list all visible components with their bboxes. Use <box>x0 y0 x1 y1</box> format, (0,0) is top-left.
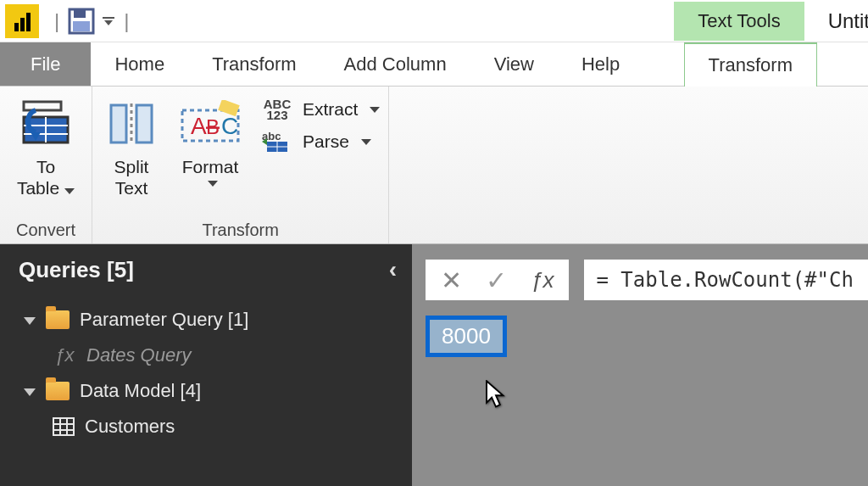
save-button[interactable] <box>66 6 97 36</box>
format-button[interactable]: A B C Format <box>174 92 247 187</box>
app-logo-icon <box>5 4 39 38</box>
title-bar: | | Text Tools Untit <box>0 0 868 42</box>
confirm-formula-button[interactable]: ✓ <box>486 265 507 295</box>
formula-bar: ✕ ✓ ƒx = Table.RowCount(#"Ch <box>426 260 868 300</box>
format-label: Format <box>182 156 239 177</box>
extract-icon: ABC123 <box>259 97 296 122</box>
ribbon-tabs: File Home Transform Add Column View Help… <box>0 42 868 87</box>
cursor-icon <box>485 380 507 412</box>
to-table-icon <box>19 95 73 153</box>
tab-file[interactable]: File <box>0 42 91 86</box>
svg-rect-11 <box>136 105 152 142</box>
svg-marker-28 <box>487 381 503 406</box>
ribbon-group-transform: Split Text A B C Format <box>92 87 389 243</box>
canvas-area: ✕ ✓ ƒx = Table.RowCount(#"Ch 8000 <box>412 244 868 486</box>
svg-rect-3 <box>24 102 61 110</box>
collapse-pane-button[interactable]: ‹ <box>389 256 397 283</box>
qat-customize-dropdown[interactable] <box>100 6 117 36</box>
tree-item-label: Customers <box>85 416 175 438</box>
separator: | <box>124 9 129 33</box>
fx-icon: ƒx <box>53 344 76 366</box>
expand-collapse-icon[interactable] <box>24 388 36 396</box>
svg-rect-10 <box>111 105 126 142</box>
chevron-down-icon <box>208 181 218 187</box>
cancel-formula-button[interactable]: ✕ <box>441 265 462 295</box>
tab-help[interactable]: Help <box>558 42 643 86</box>
parse-button[interactable]: abc Parse <box>259 129 380 154</box>
svg-text:B: B <box>206 115 220 138</box>
chevron-down-icon <box>361 139 371 145</box>
chevron-down-icon <box>64 188 75 194</box>
parse-label: Parse <box>303 131 349 152</box>
svg-text:C: C <box>221 113 238 139</box>
split-text-label-1: Split <box>114 156 149 177</box>
queries-title: Queries [5] <box>19 257 134 283</box>
main-area: Queries [5] ‹ Parameter Query [1] ƒx Dat… <box>0 244 868 486</box>
tab-add-column[interactable]: Add Column <box>320 42 470 86</box>
folder-icon <box>46 310 70 329</box>
fx-icon[interactable]: ƒx <box>531 267 554 293</box>
extract-button[interactable]: ABC123 Extract <box>259 97 380 122</box>
tree-folder-label: Parameter Query [1] <box>80 309 248 331</box>
formula-input[interactable]: = Table.RowCount(#"Ch <box>584 260 868 300</box>
result-value-cell[interactable]: 8000 <box>426 316 507 357</box>
chevron-down-icon <box>370 107 380 113</box>
svg-rect-23 <box>53 418 74 435</box>
format-icon: A B C <box>179 95 242 153</box>
tree-folder-label: Data Model [4] <box>80 380 201 402</box>
ribbon-body: To Table Convert Split Text <box>0 87 868 244</box>
to-table-button[interactable]: To Table <box>8 92 83 198</box>
ribbon-group-convert: To Table Convert <box>0 87 92 243</box>
contextual-tab-header: Text Tools <box>674 2 804 41</box>
ribbon-group-label: Transform <box>101 215 380 242</box>
parse-icon: abc <box>259 129 296 154</box>
split-text-icon <box>108 95 155 153</box>
folder-icon <box>46 382 70 400</box>
table-icon <box>53 417 75 436</box>
extract-label: Extract <box>303 99 358 120</box>
queries-tree: Parameter Query [1] ƒx Dates Query Data … <box>0 302 412 444</box>
expand-collapse-icon[interactable] <box>24 317 36 325</box>
contextual-tab-label: Text Tools <box>674 2 804 41</box>
queries-pane: Queries [5] ‹ Parameter Query [1] ƒx Dat… <box>0 244 412 486</box>
split-text-label-2: Text <box>115 177 148 198</box>
tab-text-transform[interactable]: Transform <box>684 42 817 87</box>
tree-folder-data-model[interactable]: Data Model [4] <box>24 373 403 409</box>
svg-text:A: A <box>191 113 207 139</box>
svg-rect-1 <box>74 9 86 18</box>
svg-rect-2 <box>73 21 90 31</box>
tab-view[interactable]: View <box>470 42 558 86</box>
tree-item-label: Dates Query <box>86 344 192 366</box>
to-table-label-2: Table <box>17 178 59 198</box>
tree-folder-parameter[interactable]: Parameter Query [1] <box>24 302 403 338</box>
ribbon-group-label: Convert <box>8 215 83 242</box>
separator: | <box>54 9 59 33</box>
tree-item-dates-query[interactable]: ƒx Dates Query <box>24 338 403 373</box>
tree-item-customers[interactable]: Customers <box>24 409 403 444</box>
split-text-button[interactable]: Split Text <box>101 92 162 198</box>
tab-transform[interactable]: Transform <box>188 42 320 86</box>
window-title: Untit <box>828 9 868 33</box>
to-table-label-1: To <box>36 156 55 177</box>
tab-home[interactable]: Home <box>91 42 188 86</box>
